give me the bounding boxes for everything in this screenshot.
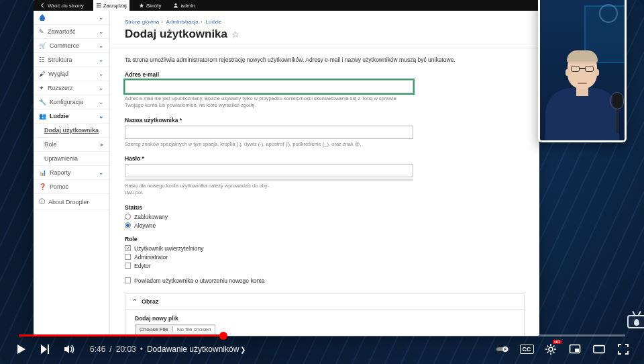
sidebar-sub-add-user[interactable]: Dodaj użytkownika xyxy=(34,124,109,138)
wrench-icon: 🔧 xyxy=(39,99,46,105)
status-label: Status xyxy=(125,204,525,211)
email-help: Adres e-mail nie jest upubliczniany. Będ… xyxy=(125,95,413,109)
roles-label: Role xyxy=(125,236,525,242)
email-input[interactable] xyxy=(125,80,413,93)
hd-badge: HD xyxy=(553,340,561,344)
add-file-label: Dodaj nowy plik xyxy=(135,315,515,322)
chevron-down-icon: ⌄ xyxy=(99,14,104,21)
breadcrumb-home[interactable]: Strona główna xyxy=(125,19,159,25)
main-content: Strona główna› Administracja› Ludzie Dod… xyxy=(110,11,539,336)
toolbar-shortcuts-label: Skróty xyxy=(146,3,162,9)
channel-watermark[interactable] xyxy=(625,312,644,330)
image-fieldset: ⌃Obraz Dodaj nowy plik Choose FileNo fil… xyxy=(125,293,525,336)
field-username: Nazwa użytkownika Szereg znaków specjaln… xyxy=(125,117,413,148)
chevron-down-icon: ⌄ xyxy=(99,71,104,77)
theater-button[interactable] xyxy=(593,343,605,355)
image-fieldset-header[interactable]: ⌃Obraz xyxy=(125,294,524,310)
video-progress[interactable] xyxy=(19,334,625,336)
next-button[interactable] xyxy=(39,343,51,355)
role-editor[interactable]: Edytor xyxy=(125,263,525,269)
intro-text: Ta strona umożliwia administratorom reje… xyxy=(125,56,525,63)
role-administrator[interactable]: Administrator xyxy=(125,254,525,261)
video-controls: 6:46 / 20:03 • Dodawanie użytkowników❯ C… xyxy=(15,340,629,359)
svg-point-3 xyxy=(549,347,553,351)
sidebar-home[interactable]: ⌄ xyxy=(34,11,109,25)
toolbar-user[interactable]: admin xyxy=(170,0,198,11)
sidebar-sub-roles[interactable]: Role▸ xyxy=(34,138,109,152)
toolbar-back[interactable]: Wróć do strony xyxy=(38,0,87,11)
chevron-down-icon: ⌄ xyxy=(99,28,104,35)
svg-point-0 xyxy=(175,3,177,5)
password-strength-meter xyxy=(125,179,413,181)
app-window: Wróć do strony Zarządzaj Skróty admin ⌄ xyxy=(34,0,539,336)
password-input[interactable] xyxy=(125,164,413,177)
progress-scrubber[interactable] xyxy=(219,332,227,340)
toolbar-shortcuts[interactable]: Skróty xyxy=(136,0,164,11)
sidebar-commerce[interactable]: 🛒Commerce⌄ xyxy=(34,39,109,53)
status-blocked-option[interactable]: Zablokowany xyxy=(125,214,525,220)
chevron-down-icon: ⌄ xyxy=(99,42,104,49)
svg-rect-5 xyxy=(575,349,579,352)
sidebar-help[interactable]: ❓Pomoc xyxy=(34,180,109,194)
chevron-down-icon: ⌄ xyxy=(99,85,104,91)
username-label: Nazwa użytkownika xyxy=(125,117,413,124)
toolbar-manage-label: Zarządzaj xyxy=(103,3,127,9)
chart-icon: 📊 xyxy=(39,169,46,176)
status-active-option[interactable]: Aktywne xyxy=(125,222,525,229)
pencil-icon: ✎ xyxy=(39,28,44,35)
sidebar-config[interactable]: 🔧Konfiguracja⌄ xyxy=(34,95,109,109)
checkbox-icon xyxy=(125,277,131,283)
time-display: 6:46 / 20:03 • Dodawanie użytkowników❯ xyxy=(90,345,246,354)
info-icon: ⓘ xyxy=(39,197,45,206)
progress-played xyxy=(19,334,223,336)
help-icon: ❓ xyxy=(39,183,46,190)
chevron-down-icon: ⌄ xyxy=(99,169,104,176)
fullscreen-button[interactable] xyxy=(617,343,629,355)
checkbox-icon xyxy=(125,263,131,269)
chevron-down-icon: ⌄ xyxy=(99,113,104,120)
svg-rect-6 xyxy=(594,346,604,353)
sidebar-structure[interactable]: ☷Struktura⌄ xyxy=(34,53,109,67)
sidebar-about[interactable]: ⓘAbout Droopler xyxy=(34,194,109,210)
username-input[interactable] xyxy=(125,126,413,139)
toolbar-user-label: admin xyxy=(180,3,195,9)
username-help: Szereg znaków specjalnych w tym spacja, … xyxy=(125,141,413,148)
password-label: Hasło xyxy=(125,155,413,162)
subtitles-button[interactable]: CC xyxy=(521,343,533,355)
role-authenticated: Użytkownik uwierzytelniony xyxy=(125,245,525,252)
sidebar-content[interactable]: ✎Zawartość⌄ xyxy=(34,25,109,39)
structure-icon: ☷ xyxy=(39,56,44,63)
checkbox-icon xyxy=(125,254,131,260)
play-button[interactable] xyxy=(15,343,27,355)
droplet-icon xyxy=(39,14,46,21)
page-title: Dodaj użytkownika☆ xyxy=(125,28,525,41)
file-input[interactable]: Choose FileNo file chosen xyxy=(135,324,215,335)
sidebar-reports[interactable]: 📊Raporty⌄ xyxy=(34,166,109,180)
puzzle-icon: ✦ xyxy=(39,85,44,91)
sidebar-people[interactable]: 👥Ludzie⌄ xyxy=(34,109,109,124)
settings-button[interactable]: HD xyxy=(545,343,557,355)
brush-icon: 🖌 xyxy=(39,71,45,77)
field-email: Adres e-mail Adres e-mail nie jest upubl… xyxy=(125,71,413,109)
star-icon[interactable]: ☆ xyxy=(231,30,239,40)
toolbar-manage[interactable]: Zarządzaj xyxy=(93,0,129,11)
chapter-button[interactable]: Dodawanie użytkowników❯ xyxy=(147,345,246,354)
sidebar-sub-permissions[interactable]: Uprawnienia xyxy=(34,152,109,166)
admin-toolbar: Wróć do strony Zarządzaj Skróty admin xyxy=(34,0,539,11)
chevron-down-icon: ⌄ xyxy=(99,99,104,105)
collapse-icon: ⌃ xyxy=(132,298,138,305)
toolbar-back-label: Wróć do strony xyxy=(48,3,84,9)
breadcrumb-admin[interactable]: Administracja xyxy=(166,19,199,25)
autoplay-toggle[interactable] xyxy=(496,343,508,355)
miniplayer-button[interactable] xyxy=(569,343,581,355)
volume-button[interactable] xyxy=(63,343,75,355)
email-label: Adres e-mail xyxy=(125,71,413,78)
field-password: Hasło Hasło dla nowego konta użytkownika… xyxy=(125,155,413,196)
breadcrumb-people[interactable]: Ludzie xyxy=(206,19,222,25)
notify-user-option[interactable]: Powiadom użytkownika o utworzeniu nowego… xyxy=(125,277,525,284)
presenter-webcam xyxy=(538,0,627,142)
sidebar-extend[interactable]: ✦Rozszerz⌄ xyxy=(34,81,109,95)
sidebar-appearance[interactable]: 🖌Wygląd⌄ xyxy=(34,67,109,81)
checkbox-icon xyxy=(125,245,131,251)
radio-icon xyxy=(125,222,131,228)
